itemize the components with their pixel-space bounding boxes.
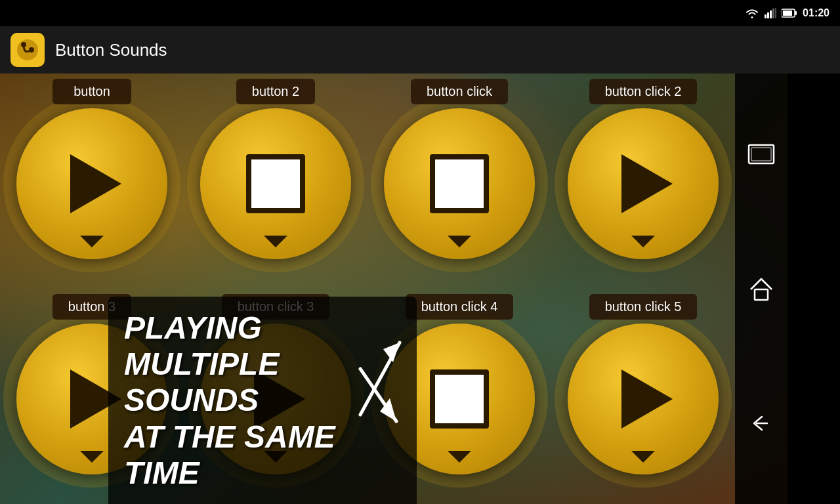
svg-point-8 xyxy=(17,39,38,60)
tooltip-line1: PLAYING xyxy=(124,310,262,345)
play-button-8[interactable] xyxy=(568,324,719,474)
battery-icon xyxy=(782,8,797,18)
svg-rect-17 xyxy=(755,289,768,300)
status-time: 01:20 xyxy=(803,7,830,19)
svg-point-9 xyxy=(21,42,26,47)
sound-cell-2: button 2 xyxy=(184,74,368,289)
play-button-3[interactable] xyxy=(384,108,535,259)
download-arrow-1 xyxy=(80,236,104,247)
sound-label-3: button click xyxy=(411,79,508,104)
play-icon-8 xyxy=(621,369,673,429)
sound-label-2: button 2 xyxy=(236,79,315,104)
home-button[interactable] xyxy=(744,271,779,306)
sound-label-4: button click 2 xyxy=(589,79,698,104)
sound-cell-8: button click 5 xyxy=(551,289,735,504)
svg-rect-3 xyxy=(772,9,774,18)
app-icon xyxy=(10,33,45,67)
stop-icon-3 xyxy=(430,154,489,213)
stop-icon-7 xyxy=(430,369,489,429)
signal-icon xyxy=(765,8,776,18)
svg-point-10 xyxy=(29,47,34,52)
back-icon xyxy=(747,413,775,434)
download-arrow-3 xyxy=(448,236,471,247)
home-icon xyxy=(747,276,775,301)
download-arrow-7 xyxy=(448,451,471,463)
svg-rect-0 xyxy=(765,14,766,18)
svg-rect-6 xyxy=(795,11,797,15)
sound-cell-1: button xyxy=(0,74,184,289)
app-title: Button Sounds xyxy=(55,40,167,60)
svg-marker-12 xyxy=(383,343,400,362)
svg-rect-1 xyxy=(767,12,769,18)
back-button[interactable] xyxy=(744,406,779,441)
tooltip-overlay: PLAYING MULTIPLE SOUNDS AT THE SAME TIME xyxy=(108,297,417,504)
status-bar: 01:20 xyxy=(0,0,840,26)
sound-label-1: button xyxy=(52,79,131,104)
play-button-4[interactable] xyxy=(568,108,719,259)
sound-cell-4: button click 2 xyxy=(551,74,735,289)
sound-cell-3: button click xyxy=(368,74,551,289)
sound-label-8: button click 5 xyxy=(589,294,698,320)
sound-label-7: button click 4 xyxy=(406,294,514,320)
wifi-icon xyxy=(745,8,759,18)
recent-apps-icon xyxy=(747,144,775,165)
download-arrow-4 xyxy=(631,236,655,247)
main-content: button button 2 button click xyxy=(0,74,788,504)
tooltip-line2: MULTIPLE SOUNDS xyxy=(124,346,279,417)
recent-apps-button[interactable] xyxy=(744,136,779,172)
svg-rect-7 xyxy=(783,10,792,16)
play-button-1[interactable] xyxy=(16,108,167,259)
app-bar: Button Sounds xyxy=(0,26,840,74)
play-icon-4 xyxy=(621,154,673,213)
download-arrow-5 xyxy=(80,451,104,463)
download-arrow-2 xyxy=(264,236,287,247)
svg-rect-4 xyxy=(775,8,776,18)
svg-rect-2 xyxy=(770,10,772,18)
download-arrow-8 xyxy=(631,451,655,463)
stop-icon-2 xyxy=(246,154,305,213)
svg-rect-16 xyxy=(751,148,771,161)
nav-bar xyxy=(735,74,788,504)
play-button-2[interactable] xyxy=(200,108,351,259)
tooltip-line3: AT THE SAME TIME xyxy=(124,419,335,490)
arrows-icon xyxy=(347,316,406,448)
play-icon-1 xyxy=(70,154,121,213)
